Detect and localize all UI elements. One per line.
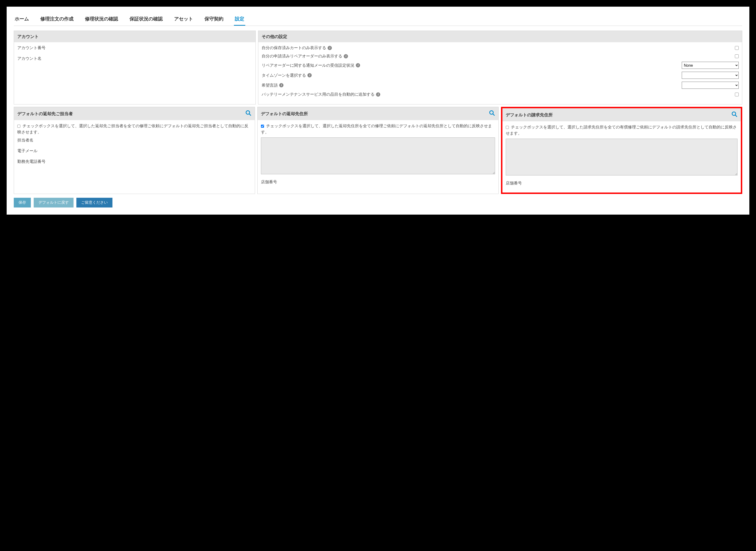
return-address-checkbox[interactable] — [261, 125, 264, 128]
contact-email-label: 電子メール — [17, 148, 251, 154]
account-panel-title: アカウント — [14, 31, 255, 42]
contact-phone-label: 勤務先電話番号 — [17, 159, 251, 164]
show-own-carts-label: 自分の保存済みカートのみ表示する — [262, 45, 326, 51]
billing-address-panel: デフォルトの請求先住所 チェックボックスを選択して、選択した請求先住所を全ての有… — [501, 107, 742, 194]
billing-address-cb-text: チェックボックスを選択して、選択した請求先住所を全ての有償修理ご依頼にデフォルト… — [506, 125, 737, 135]
tab-settings[interactable]: 設定 — [234, 14, 245, 26]
contact-name-label: 担当者名 — [17, 137, 251, 143]
return-address-textarea[interactable] — [261, 137, 495, 174]
svg-point-0 — [246, 111, 250, 114]
info-icon[interactable]: i — [344, 54, 348, 58]
mail-status-select[interactable]: None — [682, 62, 739, 69]
info-icon[interactable]: i — [307, 73, 312, 77]
reset-button[interactable]: デフォルトに戻す — [34, 198, 74, 207]
account-number-label: アカウント番号 — [17, 45, 252, 51]
language-select[interactable] — [682, 82, 739, 89]
timezone-label: タイムゾーンを選択する — [262, 73, 306, 78]
return-address-store-label: 店舗番号 — [261, 179, 495, 185]
tab-home[interactable]: ホーム — [14, 14, 30, 26]
save-button[interactable]: 保存 — [14, 198, 31, 207]
battery-auto-add-checkbox[interactable] — [735, 93, 739, 96]
info-icon[interactable]: i — [279, 83, 283, 87]
tab-check-warranty[interactable]: 保証状況の確認 — [129, 14, 164, 26]
mail-status-label: リペアオーダーに関する通知メールの受信設定状況 — [262, 63, 354, 68]
main-tabs: ホーム 修理注文の作成 修理状況の確認 保証状況の確認 アセット 保守契約 設定 — [14, 7, 742, 26]
timezone-select[interactable] — [682, 72, 739, 79]
search-icon[interactable] — [489, 110, 495, 117]
tab-asset[interactable]: アセット — [173, 14, 194, 26]
return-contact-panel: デフォルトの返却先ご担当者 チェックボックスを選択して、選択した返却先ご担当者を… — [14, 107, 255, 194]
return-contact-title: デフォルトの返却先ご担当者 — [17, 111, 73, 116]
billing-address-store-label: 店舗番号 — [506, 180, 737, 186]
billing-address-title: デフォルトの請求先住所 — [506, 112, 553, 118]
account-name-label: アカウント名 — [17, 56, 252, 61]
return-contact-cb-text: チェックボックスを選択して、選択した返却先ご担当者を全ての修理ご依頼にデフォルト… — [17, 124, 248, 134]
show-own-orders-label: 自分の申請済みリペアオーダーのみ表示する — [262, 53, 342, 59]
info-icon[interactable]: i — [328, 46, 332, 50]
return-address-cb-text: チェックボックスを選択して、選択した返却先住所を全ての修理ご依頼にデフォルトの返… — [261, 124, 492, 134]
billing-address-textarea[interactable] — [506, 139, 737, 175]
return-address-panel: デフォルトの返却先住所 チェックボックスを選択して、選択した返却先住所を全ての修… — [257, 107, 499, 194]
svg-line-3 — [493, 114, 495, 116]
tab-maintenance[interactable]: 保守契約 — [204, 14, 224, 26]
tab-create-order[interactable]: 修理注文の作成 — [39, 14, 74, 26]
search-icon[interactable] — [731, 111, 737, 118]
svg-point-2 — [490, 111, 493, 114]
tab-check-repair[interactable]: 修理状況の確認 — [84, 14, 119, 26]
note-button[interactable]: ご留意ください — [76, 198, 112, 207]
return-contact-checkbox[interactable] — [17, 125, 20, 128]
battery-auto-add-label: バッテリーメンテナンスサービス用の品目を自動的に追加する — [262, 92, 375, 97]
show-own-carts-checkbox[interactable] — [735, 46, 739, 50]
return-address-title: デフォルトの返却先住所 — [261, 111, 308, 116]
search-icon[interactable] — [245, 110, 251, 117]
account-panel: アカウント アカウント番号 アカウント名 — [14, 31, 256, 104]
language-label: 希望言語 — [262, 83, 278, 88]
info-icon[interactable]: i — [376, 92, 380, 97]
show-own-orders-checkbox[interactable] — [735, 54, 739, 58]
billing-address-checkbox[interactable] — [506, 126, 509, 129]
other-settings-panel: その他の設定 自分の保存済みカートのみ表示する i 自分の申請済みリペアオーダー… — [258, 31, 742, 104]
settings-window: ホーム 修理注文の作成 修理状況の確認 保証状況の確認 アセット 保守契約 設定… — [5, 5, 751, 216]
svg-point-4 — [732, 112, 736, 115]
svg-line-5 — [735, 115, 737, 117]
info-icon[interactable]: i — [356, 63, 360, 67]
svg-line-1 — [249, 114, 251, 116]
other-settings-title: その他の設定 — [258, 31, 742, 42]
